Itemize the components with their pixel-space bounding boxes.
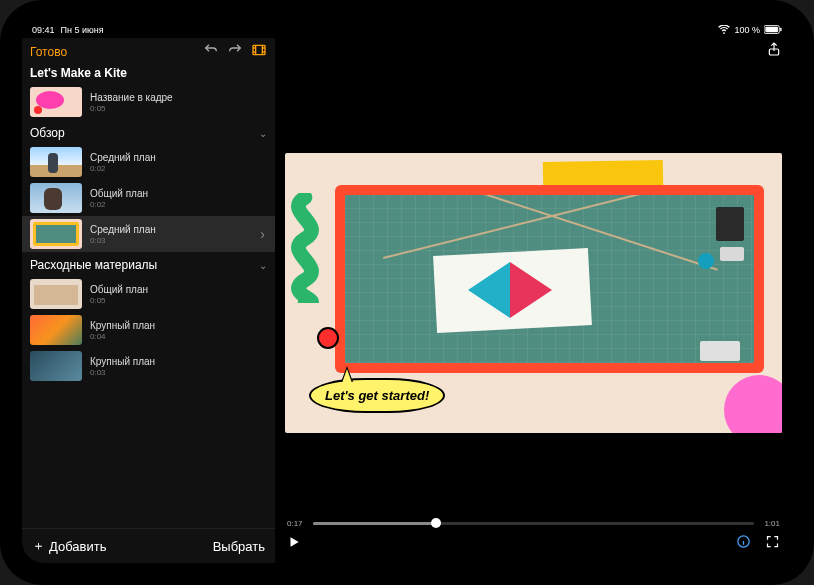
photo-frame [335, 185, 764, 373]
status-bar: 09:41 Пн 5 июня 100 % [22, 22, 792, 38]
chevron-down-icon: ⌄ [259, 260, 267, 271]
clip-label: Общий план [90, 188, 148, 199]
section-header-supplies[interactable]: Расходные материалы ⌄ [22, 252, 275, 276]
clip-row-selected[interactable]: Средний план 0:03 [22, 216, 275, 252]
clip-label: Крупный план [90, 320, 155, 331]
svg-rect-3 [253, 45, 265, 54]
clip-row[interactable]: Крупный план 0:04 [22, 312, 275, 348]
clip-thumbnail [30, 219, 82, 249]
sidebar: Готово Let's Make a Kite Название в кадр… [22, 38, 275, 563]
plus-icon: ＋ [32, 537, 45, 555]
clip-row[interactable]: Общий план 0:05 [22, 276, 275, 312]
project-title: Let's Make a Kite [22, 64, 275, 84]
clip-thumbnail [30, 315, 82, 345]
photo-content [345, 195, 754, 363]
clip-row[interactable]: Общий план 0:02 [22, 180, 275, 216]
clip-label: Название в кадре [90, 92, 173, 103]
clip-duration: 0:03 [90, 236, 156, 245]
sidebar-header: Готово [22, 38, 275, 64]
playback-controls: 0:17 1:01 [275, 512, 792, 563]
main-pane: Let's get started! 0:17 1:01 [275, 38, 792, 563]
clip-label: Средний план [90, 224, 156, 235]
scrubber[interactable]: 0:17 1:01 [287, 516, 780, 530]
add-button[interactable]: ＋ Добавить [32, 537, 106, 555]
section-header-overview[interactable]: Обзор ⌄ [22, 120, 275, 144]
pink-blob-decoration [724, 375, 782, 433]
section-title: Обзор [30, 126, 65, 140]
red-dot-decoration [317, 327, 339, 349]
select-button[interactable]: Выбрать [213, 539, 265, 554]
tape-decoration [543, 160, 663, 188]
clip-row[interactable]: Средний план 0:02 [22, 144, 275, 180]
scrub-knob[interactable] [431, 518, 441, 528]
storyboard-icon[interactable] [251, 42, 267, 62]
clip-duration: 0:05 [90, 104, 173, 113]
clip-thumbnail [30, 183, 82, 213]
clip-thumbnail [30, 351, 82, 381]
squiggle-decoration [285, 193, 335, 303]
add-label: Добавить [49, 539, 106, 554]
time-total: 1:01 [764, 519, 780, 528]
svg-rect-2 [780, 27, 781, 31]
main-header [275, 38, 792, 64]
clip-duration: 0:02 [90, 200, 148, 209]
clip-row[interactable]: Крупный план 0:03 [22, 348, 275, 384]
clip-thumbnail [30, 87, 82, 117]
battery-text: 100 % [734, 25, 760, 35]
status-time: 09:41 [32, 25, 55, 35]
svg-rect-1 [765, 26, 778, 31]
ipad-device: 09:41 Пн 5 июня 100 % Готово Let's Make … [0, 0, 814, 585]
fullscreen-button[interactable] [765, 534, 780, 553]
battery-icon [764, 25, 782, 36]
preview-area: Let's get started! [275, 64, 792, 512]
redo-icon[interactable] [227, 42, 243, 62]
clip-thumbnail [30, 147, 82, 177]
chevron-down-icon: ⌄ [259, 128, 267, 139]
sidebar-footer: ＋ Добавить Выбрать [22, 528, 275, 563]
done-button[interactable]: Готово [30, 45, 67, 59]
app-content: Готово Let's Make a Kite Название в кадр… [22, 38, 792, 563]
time-current: 0:17 [287, 519, 303, 528]
speech-bubble: Let's get started! [309, 378, 445, 413]
clip-duration: 0:04 [90, 332, 155, 341]
clip-duration: 0:05 [90, 296, 148, 305]
clip-list[interactable]: Название в кадре 0:05 Обзор ⌄ Средний пл… [22, 84, 275, 528]
status-date: Пн 5 июня [61, 25, 104, 35]
clip-thumbnail [30, 279, 82, 309]
wifi-icon [718, 25, 730, 36]
undo-icon[interactable] [203, 42, 219, 62]
play-button[interactable] [287, 535, 301, 553]
screen: 09:41 Пн 5 июня 100 % Готово Let's Make … [22, 22, 792, 563]
share-button[interactable] [766, 41, 782, 61]
clip-label: Средний план [90, 152, 156, 163]
clip-label: Общий план [90, 284, 148, 295]
section-title: Расходные материалы [30, 258, 157, 272]
clip-label: Крупный план [90, 356, 155, 367]
clip-duration: 0:02 [90, 164, 156, 173]
preview-frame[interactable]: Let's get started! [285, 153, 782, 433]
scrub-progress [313, 522, 436, 525]
title-clip-row[interactable]: Название в кадре 0:05 [22, 84, 275, 120]
info-button[interactable] [736, 534, 751, 553]
bubble-text: Let's get started! [325, 388, 429, 403]
clip-duration: 0:03 [90, 368, 155, 377]
